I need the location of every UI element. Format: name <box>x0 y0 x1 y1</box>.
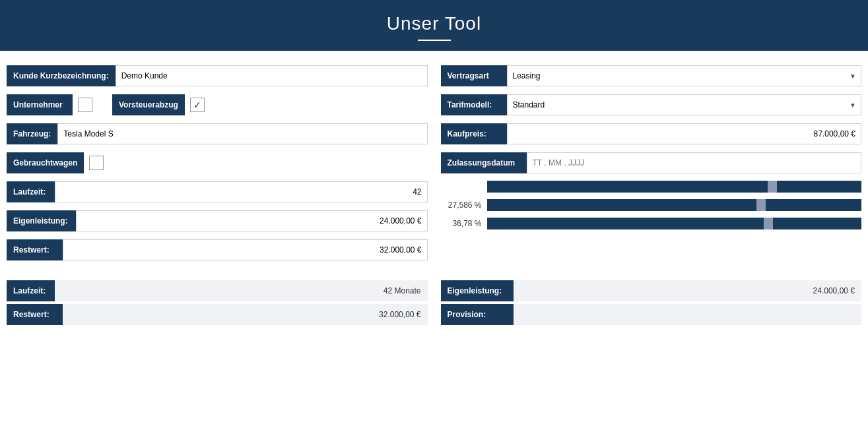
vorsteuerabzug-checkbox[interactable] <box>190 98 205 112</box>
slider1-track <box>487 181 862 193</box>
vertragsart-label: Vertragsart <box>441 65 507 86</box>
form-grid: Kunde Kurzbezeichnung: Unternehmer Vorst… <box>7 64 861 267</box>
slider1-handle[interactable] <box>768 181 777 193</box>
slider3-track <box>487 218 862 229</box>
restwert-input[interactable] <box>63 239 428 260</box>
kaufpreis-input[interactable] <box>507 123 862 144</box>
summary-restwert-label: Restwert: <box>7 304 63 325</box>
summary-provision-row: Provision: <box>441 304 862 325</box>
fahrzeug-input[interactable] <box>57 123 427 144</box>
slider1-container <box>441 180 862 193</box>
restwert-label: Restwert: <box>7 239 63 260</box>
restwert-row: Restwert: <box>7 238 428 262</box>
laufzeit-input[interactable] <box>55 181 428 202</box>
unternehmer-checkbox[interactable] <box>78 98 92 112</box>
slider1-row <box>441 180 862 193</box>
slider3-label: 36,78 % <box>441 219 487 228</box>
unternehmer-row: Unternehmer Vorsteuerabzug <box>7 93 428 117</box>
summary-restwert-row: Restwert: 32.000,00 € <box>7 304 428 325</box>
vorsteuerabzug-label: Vorsteuerabzug <box>112 94 185 115</box>
gebrauchtwagen-label: Gebrauchtwagen <box>7 152 84 173</box>
summary-laufzeit-value: 42 Monate <box>55 282 428 299</box>
vertragsart-row: Vertragsart Leasing Finanzierung Kauf <box>441 64 862 88</box>
summary-eigenleistung-row: Eigenleistung: 24.000,00 € <box>441 280 862 301</box>
eigenleistung-label: Eigenleistung: <box>7 210 76 231</box>
slider2-container: 27,586 % <box>441 198 862 212</box>
laufzeit-row: Laufzeit: <box>7 180 428 204</box>
zulassungsdatum-row: Zulassungsdatum <box>441 151 862 175</box>
tarifmodell-select[interactable]: Standard Premium Basis <box>507 94 862 115</box>
slider2-label: 27,586 % <box>441 200 487 210</box>
zulassungsdatum-label: Zulassungsdatum <box>441 152 527 173</box>
slider2-track <box>487 199 862 211</box>
eigenleistung-input[interactable] <box>76 210 428 231</box>
slider2-handle[interactable] <box>756 199 766 211</box>
summary-laufzeit-label: Laufzeit: <box>7 280 55 301</box>
kunde-row: Kunde Kurzbezeichnung: <box>7 64 428 88</box>
unternehmer-label: Unternehmer <box>7 94 73 115</box>
vertragsart-select-wrapper: Leasing Finanzierung Kauf <box>507 65 862 86</box>
summary-eigenleistung-label: Eigenleistung: <box>441 280 514 301</box>
tarifmodell-row: Tarifmodell: Standard Premium Basis <box>441 93 862 117</box>
gebrauchtwagen-checkbox[interactable] <box>89 156 104 170</box>
kunde-label: Kunde Kurzbezeichnung: <box>7 65 116 86</box>
slider3-row: 36,78 % <box>441 217 862 230</box>
main-content: Kunde Kurzbezeichnung: Unternehmer Vorst… <box>0 51 868 334</box>
kaufpreis-label: Kaufpreis: <box>441 123 507 144</box>
summary-provision-value <box>514 311 862 319</box>
laufzeit-label: Laufzeit: <box>7 181 55 202</box>
right-column: Vertragsart Leasing Finanzierung Kauf Ta… <box>441 64 862 267</box>
vertragsart-select[interactable]: Leasing Finanzierung Kauf <box>507 65 862 86</box>
zulassungsdatum-input[interactable] <box>527 152 862 173</box>
summary-section: Laufzeit: 42 Monate Restwert: 32.000,00 … <box>7 280 861 328</box>
summary-right: Eigenleistung: 24.000,00 € Provision: <box>441 280 862 328</box>
left-column: Kunde Kurzbezeichnung: Unternehmer Vorst… <box>7 64 428 267</box>
summary-left: Laufzeit: 42 Monate Restwert: 32.000,00 … <box>7 280 428 328</box>
page-header: Unser Tool <box>0 0 868 51</box>
summary-eigenleistung-value: 24.000,00 € <box>514 282 862 299</box>
page-title: Unser Tool <box>0 13 868 34</box>
tarifmodell-label: Tarifmodell: <box>441 94 507 115</box>
summary-provision-label: Provision: <box>441 304 514 325</box>
kunde-input[interactable] <box>116 65 428 86</box>
header-divider <box>418 40 451 41</box>
kaufpreis-row: Kaufpreis: <box>441 122 862 146</box>
eigenleistung-row: Eigenleistung: <box>7 209 428 233</box>
fahrzeug-row: Fahrzeug: <box>7 122 428 146</box>
tarifmodell-select-wrapper: Standard Premium Basis <box>507 94 862 115</box>
summary-restwert-value: 32.000,00 € <box>63 306 428 323</box>
slider3-container: 36,78 % <box>441 217 862 230</box>
slider2-row: 27,586 % <box>441 198 862 212</box>
fahrzeug-label: Fahrzeug: <box>7 123 57 144</box>
summary-laufzeit-row: Laufzeit: 42 Monate <box>7 280 428 301</box>
slider3-handle[interactable] <box>764 218 773 229</box>
gebrauchtwagen-row: Gebrauchtwagen <box>7 151 428 175</box>
